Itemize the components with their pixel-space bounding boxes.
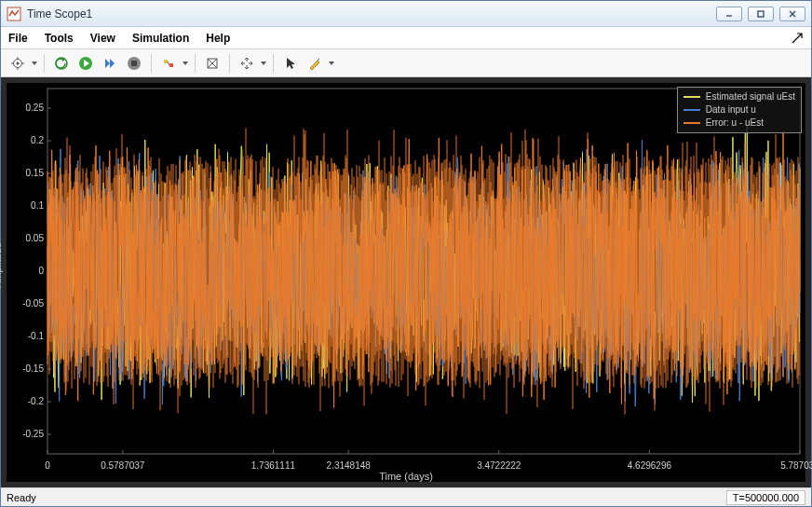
x-tick: 0.5787037 (101, 460, 144, 471)
menu-tools[interactable]: Tools (45, 32, 74, 45)
svg-rect-2 (758, 11, 764, 17)
legend-entry[interactable]: Estimated signal uEst (683, 90, 795, 103)
toolbar-separator (44, 54, 45, 73)
application-window: Time Scope1 File Tools View Simulation H… (0, 0, 812, 507)
y-tick: -0.1 (14, 331, 44, 341)
y-tick: -0.05 (14, 298, 44, 308)
y-tick: -0.2 (14, 396, 44, 406)
menu-simulation[interactable]: Simulation (132, 32, 189, 45)
y-tick: 0.05 (14, 233, 44, 243)
toolbar-separator (195, 54, 196, 73)
legend-label: Estimated signal uEst (706, 90, 795, 103)
x-tick: 5.787037 (780, 460, 812, 471)
svg-rect-16 (169, 63, 173, 67)
legend[interactable]: Estimated signal uEstData input uError: … (677, 87, 802, 133)
title-bar: Time Scope1 (1, 1, 811, 27)
y-tick: 0.25 (14, 103, 44, 113)
window-buttons (716, 7, 805, 21)
window-title: Time Scope1 (27, 7, 716, 21)
autoscale-button[interactable] (236, 52, 258, 75)
legend-entry[interactable]: Error: u - uEst (683, 116, 795, 130)
y-tick: -0.15 (14, 363, 44, 374)
app-icon (7, 7, 21, 21)
menu-bar: File Tools View Simulation Help (1, 27, 811, 49)
x-tick: 0 (45, 460, 50, 471)
x-tick: 3.4722222 (477, 460, 521, 471)
status-bar: Ready T=500000.000 (1, 487, 811, 506)
toolbar-separator (151, 54, 152, 73)
cursor-button[interactable] (279, 52, 302, 75)
status-time: T=500000.000 (726, 490, 805, 505)
settings-dropdown[interactable] (31, 62, 38, 65)
dock-icon[interactable] (791, 32, 804, 45)
svg-rect-14 (131, 61, 137, 66)
minimize-button[interactable] (716, 7, 742, 21)
toolbar-separator (229, 54, 230, 73)
menu-file[interactable]: File (8, 32, 28, 45)
highlight-dropdown[interactable] (182, 62, 189, 65)
highlight-button[interactable] (157, 52, 180, 75)
zoom-reset-button[interactable] (201, 52, 223, 75)
measurements-button[interactable] (304, 52, 326, 75)
y-tick: 0.2 (14, 135, 44, 145)
legend-swatch (683, 96, 700, 98)
x-axis-label: Time (days) (379, 471, 433, 482)
toolbar (1, 49, 811, 77)
svg-point-6 (17, 62, 20, 64)
toolbar-separator (273, 54, 274, 73)
measurements-dropdown[interactable] (328, 62, 335, 65)
step-back-button[interactable] (50, 52, 73, 75)
x-tick: 4.6296296 (628, 460, 671, 471)
settings-button[interactable] (7, 52, 29, 75)
y-tick: 0.1 (14, 200, 44, 211)
y-axis-label: Amplitude (0, 242, 3, 288)
scope-plot[interactable]: Amplitude Time (days) -0.25-0.2-0.15-0.1… (7, 83, 805, 482)
signal-canvas (7, 83, 805, 482)
run-button[interactable] (74, 52, 97, 75)
close-button[interactable] (779, 7, 805, 21)
step-forward-button[interactable] (99, 52, 121, 75)
x-tick: 2.3148148 (327, 460, 371, 471)
legend-entry[interactable]: Data input u (683, 103, 795, 116)
y-tick: 0.15 (14, 168, 44, 178)
stop-button[interactable] (123, 52, 145, 75)
menu-view[interactable]: View (90, 32, 115, 45)
status-text: Ready (7, 492, 726, 503)
autoscale-dropdown[interactable] (260, 62, 267, 65)
svg-rect-15 (164, 60, 168, 63)
x-tick: 1.7361111 (251, 460, 295, 471)
plot-area: Amplitude Time (days) -0.25-0.2-0.15-0.1… (1, 77, 811, 487)
maximize-button[interactable] (748, 7, 774, 21)
menu-help[interactable]: Help (206, 32, 230, 45)
legend-swatch (683, 122, 700, 124)
legend-label: Data input u (706, 103, 756, 116)
y-tick: 0 (14, 266, 44, 276)
legend-label: Error: u - uEst (706, 116, 764, 130)
y-tick: -0.25 (14, 429, 44, 439)
legend-swatch (683, 109, 700, 111)
